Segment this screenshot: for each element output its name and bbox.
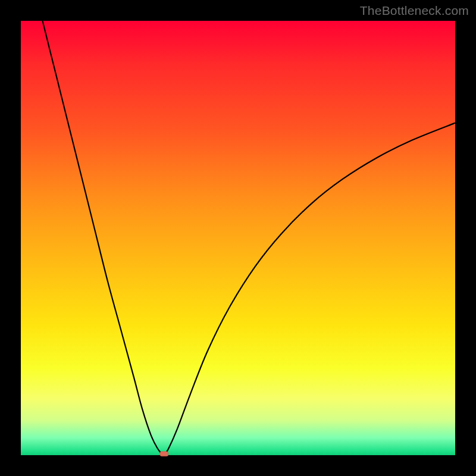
plot-area — [21, 21, 455, 455]
watermark-text: TheBottleneck.com — [360, 4, 469, 18]
curve-right-branch — [164, 123, 455, 455]
minimum-marker — [160, 452, 168, 456]
chart-frame: TheBottleneck.com — [0, 0, 476, 476]
curve-left-branch — [43, 21, 164, 455]
curve-svg — [21, 21, 455, 455]
